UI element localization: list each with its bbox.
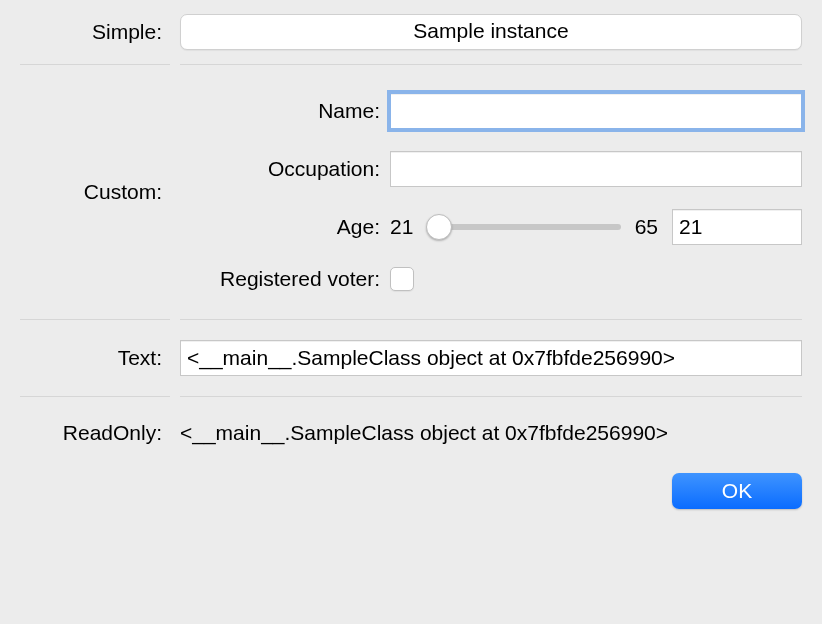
registered-voter-checkbox[interactable] [390, 267, 414, 291]
ok-button[interactable]: OK [672, 473, 802, 509]
age-max-label: 65 [635, 215, 658, 239]
occupation-input[interactable] [390, 151, 802, 187]
age-slider-thumb[interactable] [426, 214, 452, 240]
registered-voter-label: Registered voter: [180, 267, 390, 291]
divider [20, 64, 802, 65]
age-slider[interactable] [427, 224, 620, 230]
text-label: Text: [20, 346, 170, 370]
age-value-input[interactable] [672, 209, 802, 245]
simple-label: Simple: [20, 20, 170, 44]
age-min-label: 21 [390, 215, 413, 239]
age-label: Age: [180, 215, 390, 239]
divider [20, 396, 802, 397]
occupation-label: Occupation: [180, 157, 390, 181]
name-label: Name: [180, 99, 390, 123]
name-input[interactable] [390, 93, 802, 129]
simple-instance-button[interactable]: Sample instance [180, 14, 802, 50]
readonly-label: ReadOnly: [20, 421, 170, 445]
text-input[interactable] [180, 340, 802, 376]
custom-label: Custom: [20, 180, 170, 204]
readonly-value: <__main__.SampleClass object at 0x7fbfde… [180, 421, 668, 444]
divider [20, 319, 802, 320]
